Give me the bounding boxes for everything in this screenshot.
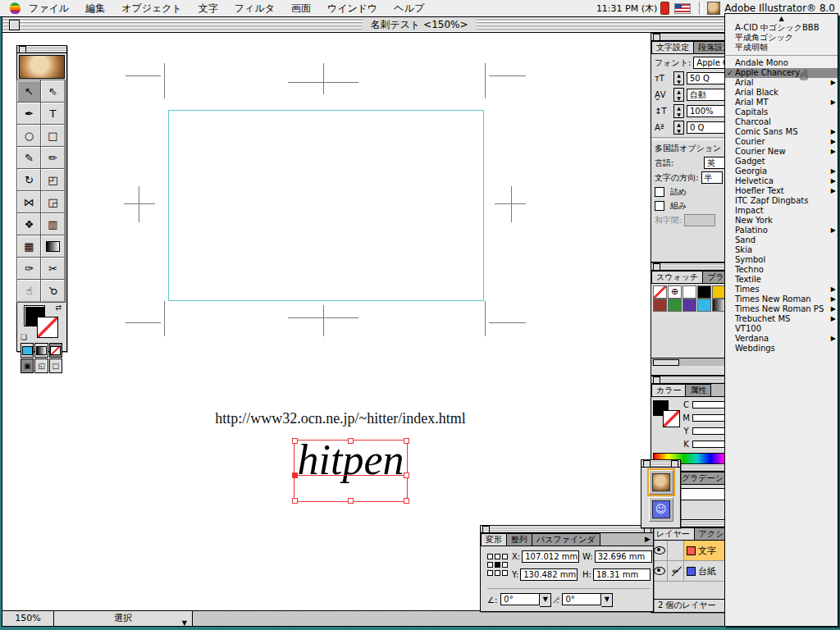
gradient-button[interactable] [34,343,48,358]
tab-整列[interactable]: 整列 [506,533,532,546]
visibility-eye-icon[interactable] [654,567,665,575]
font-menu-item-Impact[interactable]: Impact [725,206,838,216]
default-fill-stroke-icon[interactable]: ❏ [21,333,27,341]
font-menu-item-VT100[interactable]: VT100 [725,324,838,334]
tab-文字設定[interactable]: 文字設定 [651,41,694,53]
selection-handle[interactable] [404,438,409,444]
swatch-#ffffff[interactable] [682,285,696,299]
font-menu-item-Times[interactable]: Times▶ [725,285,838,294]
font-menu-item-Capitals[interactable]: Capitals [725,107,838,117]
layer-name[interactable]: 文字 [698,545,716,557]
font-menu-item-Times New Roman PS[interactable]: Times New Roman PS▶ [725,304,838,314]
palette-title-bar[interactable] [651,377,735,384]
palette-zoom-box[interactable] [671,460,678,468]
layer-row[interactable]: ✏台紙 [651,561,730,582]
zoom-tool[interactable]: ⚲ [41,280,65,302]
y-field[interactable]: 130.482 mm [520,568,578,581]
selection-anchor[interactable] [292,472,298,478]
font-menu-item-Arial Black[interactable]: Arial Black [725,88,838,98]
stroke-mini-box[interactable] [663,410,680,427]
scissors-tool[interactable]: ✂ [41,258,65,280]
selection-handle[interactable] [348,438,354,444]
swatch-#35b7e8[interactable] [697,299,711,312]
palette-close-box[interactable] [482,526,490,533]
font-menu-item-Charcoal[interactable]: Charcoal [725,117,838,127]
font-menu-item-Arial MT[interactable]: Arial MT▶ [725,98,838,107]
type-tool[interactable]: T [41,103,65,125]
shear-combo[interactable]: 0° ▼ [562,593,613,607]
rotate-tool[interactable]: ↻ [17,169,41,191]
reference-point-selector[interactable] [487,554,507,576]
tab-パスファインダ[interactable]: パスファインダ [532,533,600,546]
pen-tool[interactable]: ✒ [17,103,41,125]
free-transform-tool[interactable]: ◰ [41,169,65,191]
swatch-none[interactable] [653,285,667,299]
swatch-scrollbar[interactable] [651,358,735,366]
font-menu-item-Comic Sans MS[interactable]: Comic Sans MS▶ [725,127,838,137]
application-menu-icon[interactable] [707,2,720,15]
palette-close-box[interactable] [653,263,660,271]
font-menu-item-Courier New[interactable]: Courier New▶ [725,147,838,157]
rotate-field[interactable]: 0° [500,593,540,605]
palette-title-bar[interactable] [17,46,66,53]
tab-レイヤー[interactable]: レイヤー [651,527,695,540]
menu-ヘルプ[interactable]: ヘルプ [386,2,432,16]
visibility-eye-icon[interactable] [654,546,665,555]
full-screen-mode-button[interactable]: □ [49,358,62,373]
illustrator-app-button[interactable] [649,470,673,495]
font-menu-item-Andale Mono[interactable]: Andale Mono [725,58,838,68]
selection-handle[interactable] [348,498,354,504]
value-stepper[interactable]: ▲▼ [673,88,684,102]
tab-カラー[interactable]: カラー [651,384,686,396]
value-stepper[interactable]: ▲▼ [673,104,684,118]
reflect-tool[interactable]: ⋈ [17,191,41,213]
layer-name[interactable]: 台紙 [698,565,716,578]
swatch-registration[interactable]: ⊕ [668,285,682,299]
paintbrush-tool[interactable]: ✎ [17,147,41,169]
font-menu-item-Helvetica[interactable]: Helvetica▶ [725,176,838,186]
swatch-#93392f[interactable] [653,299,667,312]
selection-handle[interactable] [292,498,298,504]
dropdown-arrow-icon[interactable]: ▼ [540,593,551,607]
value-stepper[interactable]: ▲▼ [673,121,684,135]
menu-オブジェクト[interactable]: オブジェクト [113,2,190,16]
menu-scroll-up-icon[interactable]: ▲ [725,14,838,23]
gradient-mesh-tool[interactable]: ▦ [17,235,41,258]
finder-app-button[interactable]: ☺ [649,497,673,522]
font-menu-item-Gadget[interactable]: Gadget [725,157,838,167]
font-menu-item-Verdana[interactable]: Verdana▶ [725,334,838,344]
font-menu-item-Arial[interactable]: Arial▶ [725,78,838,88]
hand-tool[interactable]: ☝ [17,280,41,302]
scale-tool[interactable]: ◲ [41,191,65,213]
none-button[interactable] [49,343,62,358]
w-field[interactable]: 32.696 mm [595,550,652,563]
font-menu-item-Palatino[interactable]: Palatino▶ [725,226,838,235]
font-menu-item-ITC Zapf Dingbats[interactable]: ITC Zapf Dingbats [725,196,838,206]
font-menu-item-Trebuchet MS[interactable]: Trebuchet MS▶ [725,314,838,324]
swap-fill-stroke-icon[interactable]: ⇄ [55,304,62,312]
selection-handle[interactable] [404,498,409,504]
palette-title-bar[interactable] [651,34,735,41]
font-menu-item-Sand[interactable]: Sand [725,235,838,245]
font-menu-item-New York[interactable]: New York [725,216,838,226]
font-menu-item-Techno[interactable]: Techno [725,265,838,275]
menu-clock[interactable]: 11:31 PM (木) [596,2,657,15]
tsume-checkbox[interactable] [655,187,664,197]
font-menu-item-Times New Roman[interactable]: Times New Roman▶ [725,294,838,304]
fill-stroke-mini[interactable] [653,400,681,430]
font-menu-item-Courier[interactable]: Courier▶ [725,137,838,147]
eyedropper-tool[interactable]: ✑ [17,258,41,280]
pencil-tool[interactable]: ✏ [41,147,65,169]
layer-row[interactable]: 文字 [651,541,730,561]
window-title-bar[interactable]: 名刺テスト <150%> [2,17,836,33]
graph-tool[interactable]: ▥ [41,213,65,235]
font-menu-item-Textile[interactable]: Textile [725,275,838,285]
h-field[interactable]: 18.31 mm [593,568,651,581]
palette-title-bar[interactable] [641,460,680,468]
font-menu-item-A-CID 中ゴシックBBB[interactable]: A-CID 中ゴシックBBB [725,23,838,33]
palette-close-box[interactable] [643,460,651,468]
stroke-color-box[interactable] [37,317,58,338]
x-field[interactable]: 107.012 mm [522,550,579,563]
palette-close-box[interactable] [19,46,26,53]
lock-pencil-icon[interactable]: ✏ [672,567,678,576]
